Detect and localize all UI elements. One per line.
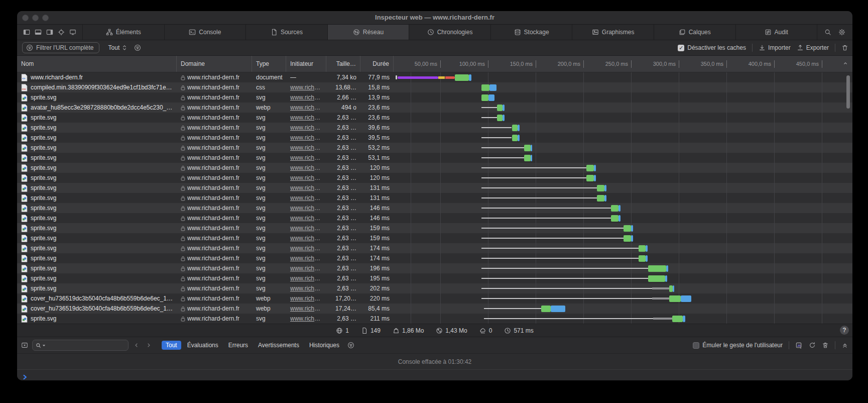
dock-bottom-icon[interactable] — [35, 29, 42, 36]
resource-initiator[interactable]: www.richard-d… — [290, 235, 322, 242]
close-window-button[interactable] — [22, 15, 29, 21]
resource-initiator[interactable]: www.richard-d… — [290, 84, 322, 91]
emulate-user-gesture-checkbox[interactable]: Émuler le geste de l'utilisateur — [693, 342, 783, 349]
disable-caches-checkbox[interactable]: ✓ Désactiver les caches — [678, 44, 746, 51]
console-filter-avertissements[interactable]: Avertissements — [254, 341, 303, 350]
search-icon[interactable] — [824, 29, 831, 36]
element-picker-icon[interactable] — [58, 29, 65, 36]
resource-initiator[interactable]: www.richard-d… — [290, 225, 322, 232]
resource-initiator[interactable]: www.richard-d… — [290, 174, 322, 181]
minimize-window-button[interactable] — [32, 15, 39, 21]
tab-réseau[interactable]: Réseau — [328, 25, 410, 40]
console-filter-tout[interactable]: Tout — [162, 341, 181, 350]
resource-initiator[interactable]: www.richard-d… — [290, 104, 322, 111]
tab-stockage[interactable]: Stockage — [491, 25, 573, 40]
console-filter-options-icon[interactable] — [347, 342, 354, 349]
table-row[interactable]: css compiled.min.38390909f303624ed9e1cf1… — [17, 82, 852, 92]
table-row[interactable]: sprite.svg www.richard-dern.fr svg www.r… — [17, 273, 852, 283]
resource-type-select[interactable]: Tout — [108, 44, 129, 51]
table-row[interactable]: sprite.svg www.richard-dern.fr svg www.r… — [17, 113, 852, 123]
tab-audit[interactable]: Audit — [736, 25, 818, 40]
table-row[interactable]: sprite.svg www.richard-dern.fr svg www.r… — [17, 193, 852, 203]
console-filter-historiques[interactable]: Historiques — [305, 341, 343, 350]
tab-chronologies[interactable]: Chronologies — [409, 25, 491, 40]
resource-initiator[interactable]: www.richard-d… — [290, 164, 322, 171]
dock-right-icon[interactable] — [46, 29, 53, 36]
resource-initiator[interactable]: www.richard-d… — [290, 154, 322, 161]
table-row[interactable]: sprite.svg www.richard-dern.fr svg www.r… — [17, 153, 852, 163]
resource-initiator[interactable]: www.richard-d… — [290, 194, 322, 201]
resource-initiator[interactable]: www.richard-d… — [290, 184, 322, 191]
console-search-input[interactable] — [47, 341, 125, 349]
console-filter-évaluations[interactable]: Évaluations — [183, 341, 222, 350]
tab-sources[interactable]: Sources — [246, 25, 328, 40]
tab-graphismes[interactable]: Graphismes — [572, 25, 654, 40]
table-row[interactable]: sprite.svg www.richard-dern.fr svg www.r… — [17, 223, 852, 233]
import-button[interactable]: Importer — [759, 44, 791, 51]
resource-initiator[interactable]: www.richard-d… — [290, 134, 322, 141]
resource-initiator[interactable]: www.richard-d… — [290, 275, 322, 282]
collapse-timeline-icon[interactable] — [842, 60, 848, 66]
column-header-domain[interactable]: Domaine — [177, 56, 252, 72]
table-row[interactable]: sprite.svg www.richard-dern.fr svg www.r… — [17, 183, 852, 193]
resource-initiator[interactable]: www.richard-d… — [290, 315, 322, 322]
expand-console-icon[interactable] — [841, 342, 848, 349]
column-header-name[interactable]: Nom — [17, 56, 177, 72]
tab-calques[interactable]: Calques — [654, 25, 736, 40]
table-row[interactable]: sprite.svg www.richard-dern.fr svg www.r… — [17, 123, 852, 133]
help-button[interactable]: ? — [840, 326, 849, 335]
trash-icon[interactable] — [841, 44, 848, 51]
resource-initiator[interactable]: www.richard-d… — [290, 144, 322, 151]
filter-options-icon[interactable] — [134, 44, 141, 51]
table-row[interactable]: cover_hu736519dc3b5040cfa48b6b559b6de6ec… — [17, 304, 852, 314]
table-row[interactable]: sprite.svg www.richard-dern.fr svg www.r… — [17, 243, 852, 253]
resource-initiator[interactable]: www.richard-d… — [290, 255, 322, 262]
export-button[interactable]: Exporter — [797, 44, 829, 51]
previous-result-button[interactable] — [133, 342, 141, 348]
vertical-scrollbar[interactable] — [846, 75, 850, 109]
table-row[interactable]: sprite.svg www.richard-dern.fr svg www.r… — [17, 314, 852, 324]
next-result-button[interactable] — [145, 342, 153, 348]
console-filter-erreurs[interactable]: Erreurs — [224, 341, 252, 350]
clear-console-icon[interactable] — [822, 342, 829, 349]
table-row[interactable]: <> www.richard-dern.fr www.richard-dern.… — [17, 72, 852, 82]
zoom-window-button[interactable] — [42, 15, 49, 21]
resource-initiator[interactable]: www.richard-d… — [290, 94, 322, 101]
js-context-icon[interactable]: JS — [795, 342, 803, 349]
table-row[interactable]: sprite.svg www.richard-dern.fr svg www.r… — [17, 253, 852, 263]
dock-left-icon[interactable] — [23, 29, 30, 36]
tab-éléments[interactable]: Éléments — [83, 25, 165, 40]
resource-initiator[interactable]: www.richard-d… — [290, 124, 322, 131]
table-row[interactable]: sprite.svg www.richard-dern.fr svg www.r… — [17, 233, 852, 243]
device-icon[interactable] — [69, 29, 76, 36]
console-search-field[interactable] — [32, 340, 129, 351]
table-row[interactable]: sprite.svg www.richard-dern.fr svg www.r… — [17, 203, 852, 213]
resource-initiator[interactable]: www.richard-d… — [290, 265, 322, 272]
resource-initiator[interactable]: www.richard-d… — [290, 305, 322, 312]
column-header-initiator[interactable]: Initiateur — [286, 56, 326, 72]
url-filter-button[interactable]: Filtrer l'URL complète — [22, 42, 99, 53]
table-row[interactable]: sprite.svg www.richard-dern.fr svg www.r… — [17, 143, 852, 153]
resource-initiator[interactable]: www.richard-d… — [290, 245, 322, 252]
resource-initiator[interactable]: www.richard-d… — [290, 295, 322, 302]
resource-initiator[interactable]: www.richard-d… — [290, 215, 322, 222]
console-scope-icon[interactable] — [21, 342, 28, 349]
console-prompt[interactable] — [17, 370, 852, 380]
table-row[interactable]: sprite.svg www.richard-dern.fr svg www.r… — [17, 283, 852, 293]
tab-console[interactable]: Console — [165, 25, 246, 40]
table-row[interactable]: sprite.svg www.richard-dern.fr svg www.r… — [17, 213, 852, 223]
table-row[interactable]: sprite.svg www.richard-dern.fr svg www.r… — [17, 263, 852, 273]
resource-initiator[interactable]: www.richard-d… — [290, 205, 322, 212]
table-row[interactable]: sprite.svg www.richard-dern.fr svg www.r… — [17, 92, 852, 103]
refresh-icon[interactable] — [809, 342, 816, 349]
table-row[interactable]: cover_hu736519dc3b5040cfa48b6b559b6de6ec… — [17, 293, 852, 304]
table-row[interactable]: sprite.svg www.richard-dern.fr svg www.r… — [17, 163, 852, 173]
column-header-type[interactable]: Type — [252, 56, 286, 72]
resource-initiator[interactable]: www.richard-d… — [290, 114, 322, 121]
column-header-size[interactable]: Taille… — [326, 56, 360, 72]
table-row[interactable]: avatar_hu85ecc3e298728880b0bde2dcc4e5c23… — [17, 103, 852, 113]
table-row[interactable]: sprite.svg www.richard-dern.fr svg www.r… — [17, 133, 852, 143]
column-header-duration[interactable]: Durée — [360, 56, 394, 72]
resource-initiator[interactable]: www.richard-d… — [290, 285, 322, 292]
gear-icon[interactable] — [838, 29, 845, 36]
